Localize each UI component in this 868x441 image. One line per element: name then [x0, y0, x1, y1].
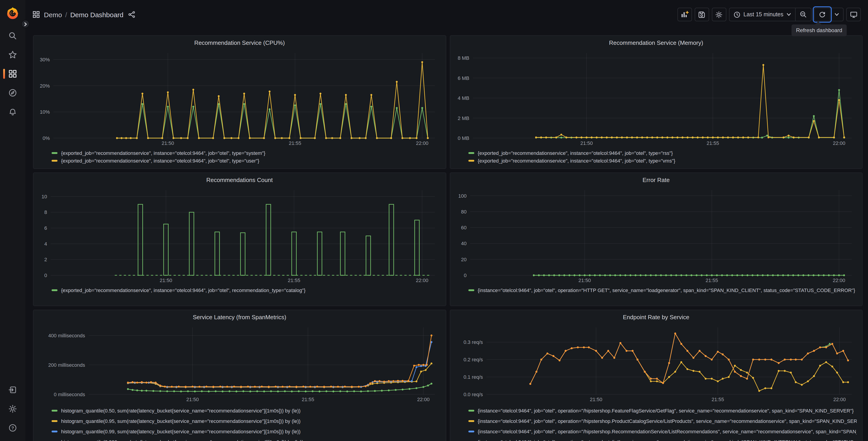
svg-text:0.1 req/s: 0.1 req/s [463, 374, 483, 380]
svg-text:21:55: 21:55 [288, 277, 300, 283]
star-icon [8, 50, 17, 59]
panel-title[interactable]: Error Rate [455, 176, 858, 186]
svg-text:22:00: 22:00 [833, 140, 845, 146]
legend-item[interactable]: histogram_quantile(0.95, sum(rate(latenc… [52, 416, 440, 426]
legend-item[interactable]: {exported_job="recommendationservice", i… [468, 149, 857, 157]
chart-legend: {exported_job="recommendationservice", i… [455, 147, 858, 164]
zoom-out-icon [800, 11, 807, 18]
legend-item[interactable]: {instance="otelcol:9464", job="otel", op… [468, 405, 857, 416]
legend-item[interactable]: {exported_job="recommendationservice", i… [468, 157, 857, 164]
svg-text:21:55: 21:55 [711, 396, 724, 402]
svg-text:0: 0 [464, 272, 466, 278]
svg-text:4 MB: 4 MB [458, 95, 469, 101]
breadcrumb-folder[interactable]: Demo [44, 11, 62, 18]
legend-label: histogram_quantile(0.99, sum(rate(latenc… [61, 429, 301, 434]
svg-text:21:55: 21:55 [289, 140, 301, 146]
panel-title[interactable]: Recommendations Count [38, 176, 441, 186]
refresh-interval-dropdown[interactable] [830, 8, 843, 21]
legend-item[interactable]: histogram_quantile(0.999, sum(rate(laten… [52, 437, 440, 441]
svg-text:400 milliseconds: 400 milliseconds [48, 333, 85, 339]
main-area: Demo / Demo Dashboard [25, 0, 868, 441]
svg-text:22:00: 22:00 [833, 396, 846, 402]
legend-item[interactable]: {exported_job="recommendationservice", i… [52, 149, 440, 157]
svg-text:0.0 req/s: 0.0 req/s [463, 392, 483, 397]
sidebar-item-sign-in[interactable] [0, 380, 25, 399]
chart-legend: {instance="otelcol:9464", job="otel", op… [455, 404, 858, 441]
legend-item[interactable]: {instance="otelcol:9464", job="otel", op… [468, 426, 857, 437]
cycle-view-mode-button[interactable] [846, 8, 861, 21]
legend-swatch [52, 159, 58, 161]
legend-item[interactable]: {instance="otelcol:9464", job="otel", op… [468, 416, 857, 426]
sidebar-item-alerting[interactable] [0, 102, 25, 121]
time-series-chart[interactable]: 0 milliseconds200 milliseconds400 millis… [38, 323, 441, 404]
sidebar-item-explore[interactable] [0, 83, 25, 102]
breadcrumb-dashboard[interactable]: Demo Dashboard [70, 11, 123, 18]
svg-text:22:00: 22:00 [416, 277, 428, 283]
legend-item[interactable]: {instance="otelcol:9464", job="otel", op… [468, 286, 857, 294]
sidebar-item-dashboards[interactable] [0, 64, 25, 83]
chevron-right-icon [23, 22, 27, 26]
svg-text:0: 0 [44, 272, 47, 278]
panel-endpoint-rate: Endpoint Rate by Service 0.0 req/s0.1 re… [450, 310, 863, 441]
legend-item[interactable]: {exported_job="recommendationservice", i… [52, 157, 440, 164]
bar-chart[interactable]: 024681021:5021:5522:00 [38, 186, 441, 284]
refresh-group [814, 8, 843, 21]
refresh-icon [819, 11, 826, 18]
time-series-chart[interactable]: 0%10%20%30%21:5021:5522:00 [38, 49, 441, 147]
svg-text:0.2 req/s: 0.2 req/s [463, 357, 483, 362]
legend-swatch [52, 420, 58, 422]
svg-text:6: 6 [44, 225, 47, 231]
sidebar-item-help[interactable]: ? [0, 418, 25, 437]
sidebar-item-search[interactable] [0, 26, 25, 45]
svg-text:21:50: 21:50 [590, 396, 602, 402]
svg-text:6 MB: 6 MB [458, 76, 469, 81]
legend-item[interactable]: histogram_quantile(0.50, sum(rate(latenc… [52, 405, 440, 416]
share-button[interactable] [128, 11, 135, 18]
sidebar-item-configuration[interactable] [0, 399, 25, 418]
breadcrumb-separator: / [62, 11, 70, 18]
legend-label: {exported_job="recommendationservice", i… [478, 158, 675, 163]
zoom-out-button[interactable] [795, 8, 811, 21]
legend-label: {instance="otelcol:9464", job="otel", op… [478, 408, 854, 413]
legend-item[interactable]: {exported_job="recommendationservice", i… [52, 286, 440, 294]
sidebar-expand-button[interactable] [21, 20, 29, 28]
legend-item[interactable]: histogram_quantile(0.99, sum(rate(latenc… [52, 426, 440, 437]
legend-item[interactable]: {instance="otelcol:9464", job="otel", op… [468, 437, 857, 441]
legend-label: {exported_job="recommendationservice", i… [478, 150, 673, 155]
time-controls-group: Last 15 minutes [729, 8, 812, 21]
svg-text:2 MB: 2 MB [458, 115, 469, 121]
save-dashboard-button[interactable] [695, 8, 709, 21]
svg-text:22:00: 22:00 [833, 277, 845, 283]
dashboard-settings-button[interactable] [712, 8, 726, 21]
panel-title[interactable]: Recommendation Service (Memory) [455, 38, 858, 49]
search-icon [8, 31, 17, 40]
refresh-button[interactable] [815, 8, 830, 21]
panel-title[interactable]: Service Latency (from SpanMetrics) [38, 313, 441, 323]
grafana-app: ? Demo / Demo Dashboard [0, 0, 868, 441]
monitor-icon [850, 11, 857, 18]
time-series-chart[interactable]: 02040608010021:5021:5522:00 [455, 186, 858, 284]
dashboard-grid: Recommendation Service (CPU%) 0%10%20%30… [25, 29, 868, 441]
sidebar-item-starred[interactable] [0, 45, 25, 64]
svg-text:200 milliseconds: 200 milliseconds [48, 362, 85, 368]
legend-swatch [468, 152, 474, 154]
grafana-logo[interactable] [6, 6, 20, 20]
dashboards-grid-icon [8, 69, 17, 78]
chevron-down-icon [786, 12, 791, 17]
svg-text:0%: 0% [42, 136, 50, 141]
time-range-picker[interactable]: Last 15 minutes [730, 8, 795, 21]
compass-icon [8, 88, 17, 97]
legend-label: {exported_job="recommendationservice", i… [61, 158, 259, 163]
time-series-chart[interactable]: 0.0 req/s0.1 req/s0.2 req/s0.3 req/s21:5… [455, 323, 858, 404]
svg-text:0 milliseconds: 0 milliseconds [54, 392, 85, 397]
share-icon [128, 11, 135, 18]
svg-text:2: 2 [44, 257, 47, 262]
panel-title[interactable]: Recommendation Service (CPU%) [38, 38, 441, 49]
svg-text:30%: 30% [40, 57, 50, 62]
time-series-chart[interactable]: 0 MB2 MB4 MB6 MB8 MB21:5021:5522:00 [455, 49, 858, 147]
svg-text:20: 20 [461, 257, 466, 262]
panel-title[interactable]: Endpoint Rate by Service [455, 313, 858, 323]
svg-text:21:50: 21:50 [160, 277, 172, 283]
add-panel-button[interactable] [678, 8, 692, 21]
svg-text:8 MB: 8 MB [458, 55, 469, 61]
